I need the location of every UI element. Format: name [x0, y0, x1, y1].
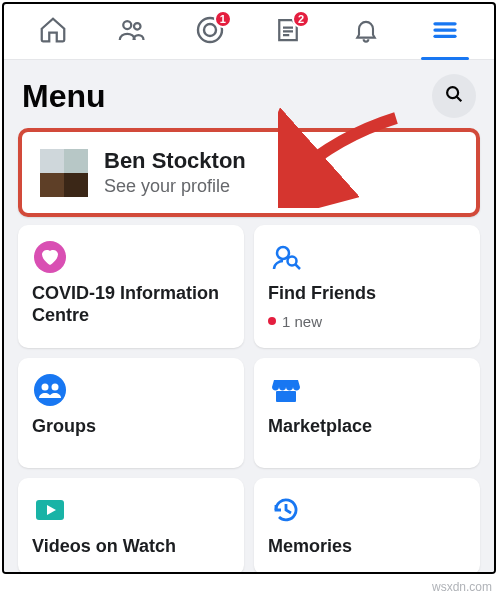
- heart-pulse-icon: [32, 239, 68, 275]
- clock-rewind-icon: [268, 492, 304, 528]
- tile-label: Marketplace: [268, 416, 466, 438]
- top-nav: 1 2: [4, 4, 494, 60]
- tile-label: COVID-19 Information Centre: [32, 283, 230, 326]
- menu-body: Menu Ben Stockton See your profile: [4, 60, 494, 572]
- svg-point-10: [277, 247, 289, 259]
- status-dot: [268, 317, 276, 325]
- app-frame: 1 2 Menu: [2, 2, 496, 574]
- svg-point-7: [447, 87, 458, 98]
- tile-sub: 1 new: [268, 313, 466, 330]
- nav-menu[interactable]: [415, 4, 475, 60]
- tile-label: Find Friends: [268, 283, 466, 305]
- menu-header: Menu: [4, 60, 494, 128]
- home-icon: [38, 15, 68, 49]
- svg-point-0: [124, 21, 132, 29]
- profile-text: Ben Stockton See your profile: [104, 148, 246, 197]
- profile-subtitle: See your profile: [104, 176, 246, 197]
- nav-news[interactable]: 2: [258, 4, 318, 60]
- tile-label: Memories: [268, 536, 466, 558]
- page-title: Menu: [22, 78, 106, 115]
- person-search-icon: [268, 239, 304, 275]
- profile-name: Ben Stockton: [104, 148, 246, 174]
- svg-point-15: [52, 383, 59, 390]
- tile-find-friends[interactable]: Find Friends 1 new: [254, 225, 480, 348]
- menu-grid: COVID-19 Information Centre Find Friends…: [4, 225, 494, 574]
- svg-rect-16: [276, 391, 296, 402]
- search-icon: [443, 83, 465, 109]
- news-badge: 2: [292, 10, 310, 28]
- watch-badge: 1: [214, 10, 232, 28]
- storefront-icon: [268, 372, 304, 408]
- watermark: wsxdn.com: [432, 580, 492, 594]
- friends-icon: [116, 15, 146, 49]
- groups-icon: [32, 372, 68, 408]
- tile-groups[interactable]: Groups: [18, 358, 244, 468]
- play-video-icon: [32, 492, 68, 528]
- tile-covid[interactable]: COVID-19 Information Centre: [18, 225, 244, 348]
- tile-marketplace[interactable]: Marketplace: [254, 358, 480, 468]
- tile-videos[interactable]: Videos on Watch: [18, 478, 244, 574]
- tile-memories[interactable]: Memories: [254, 478, 480, 574]
- nav-home[interactable]: [23, 4, 83, 60]
- svg-line-12: [296, 265, 301, 270]
- hamburger-icon: [430, 15, 460, 49]
- svg-point-13: [34, 374, 66, 406]
- nav-friends[interactable]: [101, 4, 161, 60]
- nav-notifications[interactable]: [336, 4, 396, 60]
- tile-label: Groups: [32, 416, 230, 438]
- avatar: [40, 149, 88, 197]
- search-button[interactable]: [432, 74, 476, 118]
- nav-watch[interactable]: 1: [180, 4, 240, 60]
- bell-icon: [352, 16, 380, 48]
- svg-point-14: [42, 383, 49, 390]
- tile-label: Videos on Watch: [32, 536, 230, 558]
- svg-point-11: [288, 257, 297, 266]
- svg-point-3: [204, 24, 216, 36]
- profile-card[interactable]: Ben Stockton See your profile: [18, 128, 480, 217]
- svg-point-1: [134, 23, 141, 30]
- svg-line-8: [457, 97, 462, 102]
